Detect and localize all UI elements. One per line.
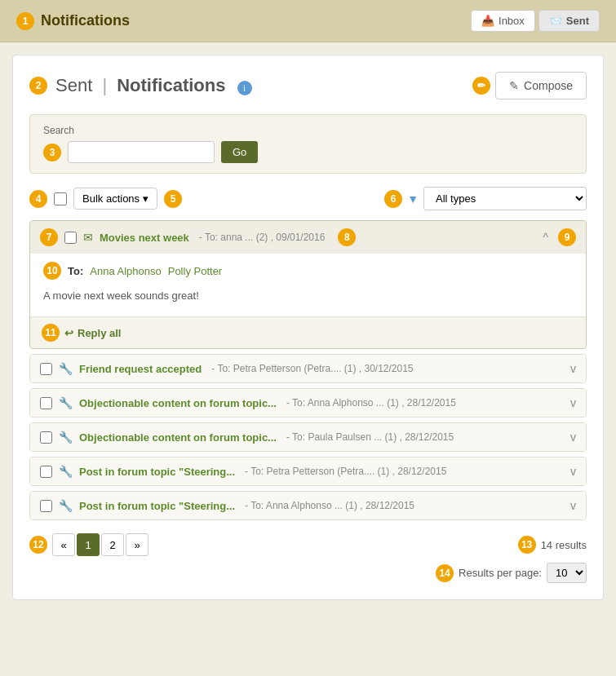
- go-button[interactable]: Go: [221, 141, 258, 163]
- notif-title-5[interactable]: Post in forum topic "Steering...: [79, 466, 235, 478]
- reply-all-label: Reply all: [78, 327, 121, 339]
- notif-meta-6: - To: Anna Alphonso ... (1) , 28/12/2015: [245, 500, 414, 511]
- per-page-row: 14 Results per page: 10 25 50: [29, 563, 587, 583]
- notif-meta-3: - To: Anna Alphonso ... (1) , 28/12/2015: [286, 397, 456, 409]
- notif-actions-1: 11 ↩ Reply all: [30, 316, 586, 348]
- filter-right: 6 ▼ All types System Email: [384, 187, 587, 210]
- search-section: Search 3 Go: [29, 114, 587, 174]
- inbox-icon: 📥: [481, 15, 494, 27]
- badge-6: 6: [384, 190, 402, 208]
- reply-all-button[interactable]: ↩ Reply all: [64, 327, 121, 339]
- notif-title-6[interactable]: Post in forum topic "Steering...: [79, 500, 235, 512]
- badge-11: 11: [42, 324, 60, 342]
- prev-page-button[interactable]: «: [52, 533, 75, 556]
- notif-header-1[interactable]: 7 ✉ Movies next week - To: anna ... (2) …: [30, 221, 586, 254]
- notif-recipient-polly[interactable]: Polly Potter: [168, 265, 222, 277]
- page-button-2[interactable]: 2: [101, 533, 124, 556]
- select-all-checkbox[interactable]: [54, 192, 67, 205]
- results-text: 14 results: [541, 539, 587, 551]
- badge-2: 2: [29, 77, 47, 95]
- bulk-actions-label: Bulk actions: [82, 192, 140, 205]
- info-icon[interactable]: i: [237, 81, 252, 95]
- bulk-actions-chevron: ▾: [143, 192, 148, 205]
- notif-header-2[interactable]: 🔧 Friend request accepted - To: Petra Pe…: [30, 355, 586, 382]
- notif-chevron-4: v: [570, 431, 576, 444]
- sent-icon: 📨: [549, 15, 562, 27]
- tool-icon-5: 🔧: [59, 465, 73, 478]
- badge-13: 13: [518, 536, 536, 554]
- notif-checkbox-2[interactable]: [40, 363, 52, 375]
- notif-title-2[interactable]: Friend request accepted: [79, 363, 202, 375]
- notif-checkbox-5[interactable]: [40, 466, 52, 478]
- notification-item-4: 🔧 Objectionable content on forum topic..…: [29, 422, 587, 452]
- badge-5: 5: [164, 190, 182, 208]
- notification-item-1: 7 ✉ Movies next week - To: anna ... (2) …: [29, 220, 587, 349]
- toolbar-left: 4 Bulk actions ▾ 5: [29, 188, 182, 210]
- notif-recipient-anna[interactable]: Anna Alphonso: [90, 265, 161, 277]
- notif-checkbox-4[interactable]: [40, 431, 52, 444]
- inbox-label: Inbox: [499, 15, 525, 27]
- notification-item-6: 🔧 Post in forum topic "Steering... - To:…: [29, 491, 587, 520]
- compose-label: Compose: [524, 79, 573, 92]
- notif-header-6[interactable]: 🔧 Post in forum topic "Steering... - To:…: [30, 492, 586, 519]
- compose-button[interactable]: ✎ Compose: [495, 72, 587, 99]
- toolbar-row: 4 Bulk actions ▾ 5 6 ▼ All types System …: [29, 187, 587, 210]
- notif-meta-2: - To: Petra Petterson (Petra.... (1) , 3…: [211, 363, 413, 374]
- search-label: Search: [43, 125, 573, 136]
- app-header: 1 Notifications 📥 Inbox 📨 Sent: [0, 0, 616, 42]
- reply-all-icon: ↩: [64, 327, 73, 339]
- notif-checkbox-6[interactable]: [40, 500, 52, 512]
- notif-meta-5: - To: Petra Petterson (Petra.... (1) , 2…: [245, 466, 446, 477]
- tool-icon-4: 🔧: [59, 431, 73, 444]
- bulk-actions-button[interactable]: Bulk actions ▾: [73, 188, 157, 210]
- pagination-row: 12 « 1 2 » 13 14 results: [29, 533, 587, 556]
- results-row: 13 14 results: [518, 536, 587, 554]
- next-page-button[interactable]: »: [126, 533, 148, 556]
- type-filter-select[interactable]: All types System Email: [423, 187, 587, 210]
- sent-button[interactable]: 📨 Sent: [538, 10, 600, 32]
- notification-item-2: 🔧 Friend request accepted - To: Petra Pe…: [29, 354, 587, 383]
- badge-3: 3: [43, 144, 61, 161]
- title-sent: Sent: [55, 75, 92, 95]
- notif-chevron-6: v: [570, 499, 576, 512]
- notif-header-5[interactable]: 🔧 Post in forum topic "Steering... - To:…: [30, 457, 586, 485]
- badge-7: 7: [40, 228, 58, 246]
- badge-4: 4: [29, 190, 47, 208]
- notif-header-3[interactable]: 🔧 Objectionable content on forum topic..…: [30, 389, 586, 417]
- badge-1: 1: [16, 12, 34, 30]
- header-nav: 📥 Inbox 📨 Sent: [471, 10, 600, 32]
- tool-icon-2: 🔧: [59, 362, 73, 375]
- tool-icon-3: 🔧: [59, 396, 73, 409]
- badge-9: 9: [558, 228, 576, 246]
- badge-12: 12: [29, 536, 47, 554]
- notif-message-1: A movie next week sounds great!: [43, 286, 573, 308]
- badge-compose: ✏: [472, 77, 490, 95]
- notif-checkbox-3[interactable]: [40, 397, 52, 409]
- notif-title-4[interactable]: Objectionable content on forum topic...: [79, 431, 277, 444]
- notif-header-4[interactable]: 🔧 Objectionable content on forum topic..…: [30, 423, 586, 451]
- main-content: 2 Sent | Notifications i ✏ ✎ Compose Sea…: [12, 55, 604, 600]
- badge-10: 10: [43, 262, 61, 280]
- title-notifications: Notifications: [117, 75, 225, 95]
- page-title: Sent | Notifications i: [55, 75, 252, 96]
- notif-checkbox-1[interactable]: [64, 232, 77, 244]
- badge-14: 14: [436, 564, 454, 582]
- per-page-select[interactable]: 10 25 50: [547, 563, 587, 583]
- notif-chevron-3: v: [570, 396, 576, 409]
- compose-icon: ✎: [509, 79, 519, 92]
- notif-title-3[interactable]: Objectionable content on forum topic...: [79, 397, 277, 409]
- notification-item-3: 🔧 Objectionable content on forum topic..…: [29, 388, 587, 418]
- notif-chevron-2: v: [570, 362, 576, 375]
- notif-to-row-1: 10 To: Anna Alphonso Polly Potter: [43, 262, 573, 280]
- notification-item-5: 🔧 Post in forum topic "Steering... - To:…: [29, 457, 587, 486]
- inbox-button[interactable]: 📥 Inbox: [471, 10, 535, 32]
- per-page-label: Results per page:: [459, 567, 542, 579]
- filter-icon: ▼: [407, 192, 419, 205]
- page-button-1[interactable]: 1: [77, 533, 100, 556]
- notif-body-1: 10 To: Anna Alphonso Polly Potter A movi…: [30, 254, 586, 316]
- notif-title-1[interactable]: Movies next week: [100, 232, 189, 244]
- notif-meta-4: - To: Paula Paulsen ... (1) , 28/12/2015: [286, 431, 454, 443]
- tool-icon-6: 🔧: [59, 499, 73, 512]
- email-icon-1: ✉: [83, 231, 93, 244]
- search-input[interactable]: [68, 141, 215, 163]
